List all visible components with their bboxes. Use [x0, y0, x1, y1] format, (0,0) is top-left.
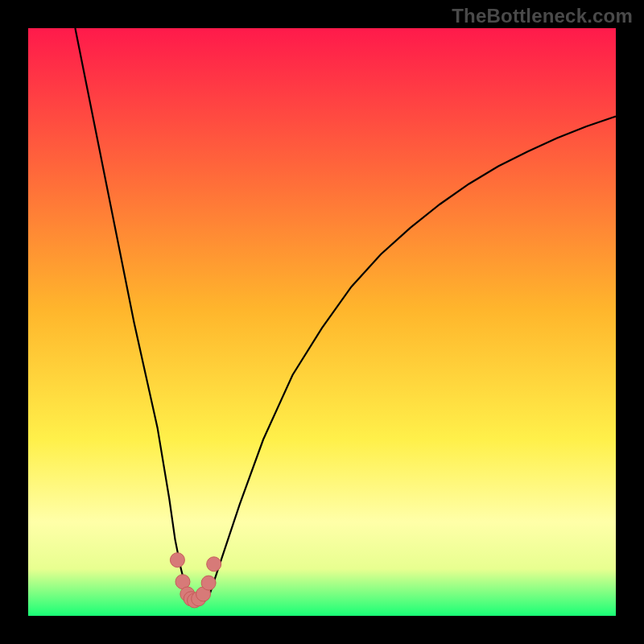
plot-svg: [28, 28, 616, 616]
marker-dot: [201, 576, 216, 590]
gradient-bg: [28, 28, 616, 616]
chart-frame: TheBottleneck.com: [0, 0, 644, 644]
watermark-text: TheBottleneck.com: [452, 5, 633, 27]
marker-dot: [170, 553, 184, 568]
plot-area: [28, 28, 616, 616]
marker-dot: [207, 557, 221, 572]
